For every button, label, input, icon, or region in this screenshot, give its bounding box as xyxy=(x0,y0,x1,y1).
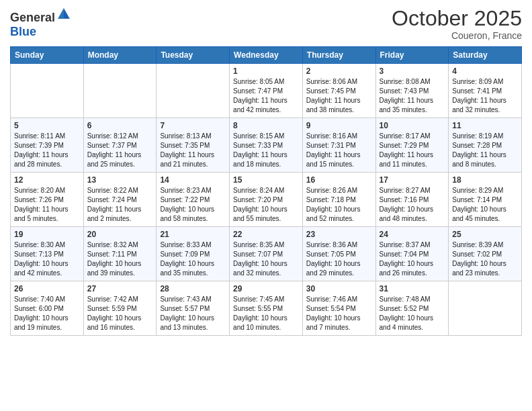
day-info: Sunrise: 8:19 AM Sunset: 7:28 PM Dayligh… xyxy=(452,132,518,169)
day-info: Sunrise: 8:22 AM Sunset: 7:24 PM Dayligh… xyxy=(87,186,153,224)
day-info: Sunrise: 8:15 AM Sunset: 7:33 PM Dayligh… xyxy=(233,132,299,169)
logo-blue: Blue xyxy=(10,25,36,38)
day-info: Sunrise: 8:37 AM Sunset: 7:04 PM Dayligh… xyxy=(380,240,445,278)
week-row-0: 1Sunrise: 8:05 AM Sunset: 7:47 PM Daylig… xyxy=(11,64,522,118)
day-info: Sunrise: 8:39 AM Sunset: 7:02 PM Dayligh… xyxy=(452,240,518,278)
day-info: Sunrise: 8:23 AM Sunset: 7:22 PM Dayligh… xyxy=(160,186,226,224)
day-number: 15 xyxy=(233,175,299,185)
day-info: Sunrise: 8:32 AM Sunset: 7:11 PM Dayligh… xyxy=(87,240,153,278)
day-cell: 25Sunrise: 8:39 AM Sunset: 7:02 PM Dayli… xyxy=(449,227,522,281)
header-monday: Monday xyxy=(83,47,157,64)
day-cell: 22Sunrise: 8:35 AM Sunset: 7:07 PM Dayli… xyxy=(230,227,303,281)
day-cell: 11Sunrise: 8:19 AM Sunset: 7:28 PM Dayli… xyxy=(449,118,522,173)
day-cell xyxy=(83,64,157,118)
day-number: 16 xyxy=(306,175,372,185)
header-sunday: Sunday xyxy=(11,47,84,64)
day-number: 22 xyxy=(233,230,299,239)
day-number: 17 xyxy=(380,175,445,185)
logo: General Blue xyxy=(10,7,71,39)
day-cell: 16Sunrise: 8:26 AM Sunset: 7:18 PM Dayli… xyxy=(302,173,375,227)
day-cell xyxy=(449,281,522,336)
day-info: Sunrise: 8:36 AM Sunset: 7:05 PM Dayligh… xyxy=(306,240,372,278)
day-number: 1 xyxy=(233,66,299,76)
day-info: Sunrise: 8:06 AM Sunset: 7:45 PM Dayligh… xyxy=(306,77,372,115)
day-cell: 4Sunrise: 8:09 AM Sunset: 7:41 PM Daylig… xyxy=(449,64,522,118)
day-cell xyxy=(157,64,230,118)
header-tuesday: Tuesday xyxy=(157,47,230,64)
location: Coueron, France xyxy=(392,30,522,41)
day-number: 20 xyxy=(87,230,153,239)
day-number: 10 xyxy=(380,121,445,130)
day-info: Sunrise: 7:46 AM Sunset: 5:54 PM Dayligh… xyxy=(306,295,372,332)
day-info: Sunrise: 8:09 AM Sunset: 7:41 PM Dayligh… xyxy=(452,77,518,115)
day-cell: 26Sunrise: 7:40 AM Sunset: 6:00 PM Dayli… xyxy=(11,281,84,336)
day-cell: 19Sunrise: 8:30 AM Sunset: 7:13 PM Dayli… xyxy=(11,227,84,281)
week-row-4: 26Sunrise: 7:40 AM Sunset: 6:00 PM Dayli… xyxy=(11,281,522,336)
calendar-page: General Blue October 2025 Coueron, Franc… xyxy=(0,0,532,411)
day-cell: 29Sunrise: 7:45 AM Sunset: 5:55 PM Dayli… xyxy=(230,281,303,336)
day-cell: 12Sunrise: 8:20 AM Sunset: 7:26 PM Dayli… xyxy=(11,173,84,227)
day-number: 7 xyxy=(160,121,226,130)
calendar-body: 1Sunrise: 8:05 AM Sunset: 7:47 PM Daylig… xyxy=(11,64,522,336)
day-number: 18 xyxy=(452,175,518,185)
day-info: Sunrise: 7:48 AM Sunset: 5:52 PM Dayligh… xyxy=(380,295,445,332)
day-info: Sunrise: 8:05 AM Sunset: 7:47 PM Dayligh… xyxy=(233,77,299,115)
day-cell: 23Sunrise: 8:36 AM Sunset: 7:05 PM Dayli… xyxy=(302,227,375,281)
day-cell: 1Sunrise: 8:05 AM Sunset: 7:47 PM Daylig… xyxy=(230,64,303,118)
day-cell xyxy=(11,64,84,118)
day-cell: 2Sunrise: 8:06 AM Sunset: 7:45 PM Daylig… xyxy=(302,64,375,118)
day-number: 23 xyxy=(306,230,372,239)
header-friday: Friday xyxy=(375,47,449,64)
week-row-1: 5Sunrise: 8:11 AM Sunset: 7:39 PM Daylig… xyxy=(11,118,522,173)
day-cell: 24Sunrise: 8:37 AM Sunset: 7:04 PM Dayli… xyxy=(375,227,449,281)
day-cell: 5Sunrise: 8:11 AM Sunset: 7:39 PM Daylig… xyxy=(11,118,84,173)
header-saturday: Saturday xyxy=(449,47,522,64)
logo-icon xyxy=(56,7,71,21)
day-info: Sunrise: 7:40 AM Sunset: 6:00 PM Dayligh… xyxy=(14,295,80,332)
day-cell: 20Sunrise: 8:32 AM Sunset: 7:11 PM Dayli… xyxy=(83,227,157,281)
day-cell: 21Sunrise: 8:33 AM Sunset: 7:09 PM Dayli… xyxy=(157,227,230,281)
day-info: Sunrise: 7:45 AM Sunset: 5:55 PM Dayligh… xyxy=(233,295,299,332)
day-info: Sunrise: 8:13 AM Sunset: 7:35 PM Dayligh… xyxy=(160,132,226,169)
day-cell: 3Sunrise: 8:08 AM Sunset: 7:43 PM Daylig… xyxy=(375,64,449,118)
day-number: 12 xyxy=(14,175,80,185)
day-info: Sunrise: 7:43 AM Sunset: 5:57 PM Dayligh… xyxy=(160,295,226,332)
month-title: October 2025 xyxy=(392,7,522,30)
day-number: 28 xyxy=(160,284,226,293)
title-block: October 2025 Coueron, France xyxy=(392,7,522,41)
day-number: 31 xyxy=(380,284,445,293)
day-info: Sunrise: 8:33 AM Sunset: 7:09 PM Dayligh… xyxy=(160,240,226,278)
day-number: 5 xyxy=(14,121,80,130)
day-number: 26 xyxy=(14,284,80,293)
day-info: Sunrise: 8:12 AM Sunset: 7:37 PM Dayligh… xyxy=(87,132,153,169)
day-cell: 7Sunrise: 8:13 AM Sunset: 7:35 PM Daylig… xyxy=(157,118,230,173)
day-info: Sunrise: 7:42 AM Sunset: 5:59 PM Dayligh… xyxy=(87,295,153,332)
day-cell: 15Sunrise: 8:24 AM Sunset: 7:20 PM Dayli… xyxy=(230,173,303,227)
days-header-row: Sunday Monday Tuesday Wednesday Thursday… xyxy=(11,47,522,64)
day-number: 30 xyxy=(306,284,372,293)
day-number: 24 xyxy=(380,230,445,239)
day-cell: 18Sunrise: 8:29 AM Sunset: 7:14 PM Dayli… xyxy=(449,173,522,227)
day-info: Sunrise: 8:35 AM Sunset: 7:07 PM Dayligh… xyxy=(233,240,299,278)
day-info: Sunrise: 8:17 AM Sunset: 7:29 PM Dayligh… xyxy=(380,132,445,169)
header-wednesday: Wednesday xyxy=(230,47,303,64)
day-info: Sunrise: 8:20 AM Sunset: 7:26 PM Dayligh… xyxy=(14,186,80,224)
day-number: 13 xyxy=(87,175,153,185)
day-info: Sunrise: 8:11 AM Sunset: 7:39 PM Dayligh… xyxy=(14,132,80,169)
day-number: 6 xyxy=(87,121,153,130)
day-cell: 31Sunrise: 7:48 AM Sunset: 5:52 PM Dayli… xyxy=(375,281,449,336)
day-number: 11 xyxy=(452,121,518,130)
header: General Blue October 2025 Coueron, Franc… xyxy=(10,7,522,41)
week-row-2: 12Sunrise: 8:20 AM Sunset: 7:26 PM Dayli… xyxy=(11,173,522,227)
day-info: Sunrise: 8:27 AM Sunset: 7:16 PM Dayligh… xyxy=(380,186,445,224)
day-info: Sunrise: 8:30 AM Sunset: 7:13 PM Dayligh… xyxy=(14,240,80,278)
day-info: Sunrise: 8:16 AM Sunset: 7:31 PM Dayligh… xyxy=(306,132,372,169)
day-number: 25 xyxy=(452,230,518,239)
calendar-table: Sunday Monday Tuesday Wednesday Thursday… xyxy=(10,46,522,336)
day-cell: 9Sunrise: 8:16 AM Sunset: 7:31 PM Daylig… xyxy=(302,118,375,173)
day-number: 27 xyxy=(87,284,153,293)
day-cell: 30Sunrise: 7:46 AM Sunset: 5:54 PM Dayli… xyxy=(302,281,375,336)
day-number: 2 xyxy=(306,66,372,76)
day-cell: 10Sunrise: 8:17 AM Sunset: 7:29 PM Dayli… xyxy=(375,118,449,173)
day-number: 21 xyxy=(160,230,226,239)
